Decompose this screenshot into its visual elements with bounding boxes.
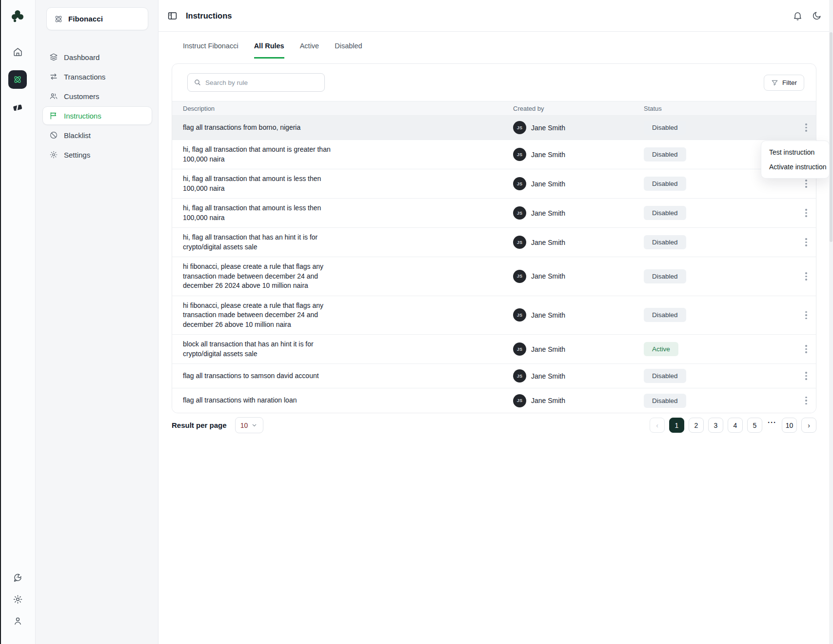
menu-item-activate-instruction[interactable]: Activate instruction bbox=[761, 160, 829, 174]
created-by-name: Jane Smith bbox=[531, 180, 565, 188]
clover-logo-icon bbox=[9, 8, 26, 24]
created-by-name: Jane Smith bbox=[531, 124, 565, 132]
status-badge: Disabled bbox=[644, 206, 686, 220]
pages-ellipsis: ··· bbox=[767, 418, 777, 427]
row-actions-kebab-icon[interactable] bbox=[800, 207, 812, 220]
rule-description: hi, flag all transaction that amount is … bbox=[183, 145, 332, 164]
gear-icon[interactable] bbox=[8, 589, 27, 609]
transactions-icon bbox=[49, 72, 58, 81]
sidebar-item-blacklist[interactable]: Blacklist bbox=[42, 126, 152, 144]
status-badge: Disabled bbox=[644, 177, 686, 191]
row-actions-kebab-icon[interactable] bbox=[800, 394, 812, 407]
layers-icon bbox=[49, 53, 58, 62]
next-page-button[interactable]: › bbox=[801, 418, 816, 433]
column-status: Status bbox=[644, 105, 793, 112]
scrollbar-thumb[interactable] bbox=[830, 32, 833, 242]
sidebar-toggle-icon[interactable] bbox=[167, 10, 178, 21]
menu-item-test-instruction[interactable]: Test instruction bbox=[761, 145, 829, 160]
page-button-5[interactable]: 5 bbox=[747, 418, 762, 433]
atom-nav-tile[interactable] bbox=[8, 70, 27, 89]
card-icon[interactable] bbox=[8, 98, 27, 117]
sidebar-item-customers[interactable]: Customers bbox=[42, 87, 152, 105]
page-title: Instructions bbox=[186, 11, 232, 20]
prev-page-button[interactable]: ‹ bbox=[650, 418, 665, 433]
page-button-3[interactable]: 3 bbox=[708, 418, 723, 433]
page-button-2[interactable]: 2 bbox=[689, 418, 704, 433]
vertical-scrollbar[interactable] bbox=[829, 0, 833, 644]
row-actions-kebab-icon[interactable] bbox=[800, 370, 812, 382]
rule-description: hi fibonacci, please create a rule that … bbox=[183, 262, 332, 291]
rule-description: hi fibonacci, please create a rule that … bbox=[183, 301, 332, 330]
table-row[interactable]: hi, flag all transaction that amount is … bbox=[172, 169, 816, 199]
page-button-10[interactable]: 10 bbox=[782, 418, 797, 433]
status-badge: Active bbox=[644, 342, 678, 356]
sidebar-item-dashboard[interactable]: Dashboard bbox=[42, 48, 152, 66]
topbar: Instructions bbox=[159, 0, 833, 32]
page-size-value: 10 bbox=[240, 422, 248, 429]
rule-description: hi, flag all transaction that has an hin… bbox=[183, 233, 332, 252]
sidebar: Fibonacci DashboardTransactionsCustomers… bbox=[36, 0, 159, 644]
row-actions-kebab-icon[interactable] bbox=[800, 236, 812, 249]
row-actions-kebab-icon[interactable] bbox=[800, 121, 812, 134]
table-row[interactable]: flag all transactions with naration loan… bbox=[172, 388, 816, 413]
avatar: JS bbox=[513, 177, 526, 190]
status-badge: Disabled bbox=[644, 369, 686, 383]
avatar: JS bbox=[513, 342, 526, 356]
tab-instruct-fibonacci[interactable]: Instruct Fibonacci bbox=[183, 32, 238, 59]
moon-icon[interactable] bbox=[812, 10, 822, 21]
sidebar-item-label: Transactions bbox=[64, 73, 105, 81]
row-actions-kebab-icon[interactable] bbox=[800, 343, 812, 356]
bell-icon[interactable] bbox=[792, 10, 803, 21]
table-row[interactable]: block all transaction that has an hint i… bbox=[172, 335, 816, 364]
table-row[interactable]: hi, flag all transaction that amount is … bbox=[172, 140, 816, 169]
rule-description: block all transaction that has an hint i… bbox=[183, 340, 332, 359]
table-row[interactable]: flag all transactions to samson david ac… bbox=[172, 364, 816, 388]
filter-label: Filter bbox=[782, 79, 797, 86]
sidebar-item-instructions[interactable]: Instructions bbox=[42, 106, 152, 125]
page-size-select[interactable]: 10 bbox=[235, 417, 263, 433]
chevron-down-icon bbox=[251, 422, 258, 428]
search-input[interactable] bbox=[205, 79, 318, 86]
table-row[interactable]: hi, flag all transaction that has an hin… bbox=[172, 228, 816, 257]
tab-all-rules[interactable]: All Rules bbox=[254, 32, 284, 59]
row-actions-kebab-icon[interactable] bbox=[800, 309, 812, 322]
results-per-page-label: Result per page bbox=[172, 421, 227, 429]
column-description: Description bbox=[183, 105, 513, 112]
app-window: Fibonacci DashboardTransactionsCustomers… bbox=[0, 0, 833, 644]
created-by-name: Jane Smith bbox=[531, 345, 565, 353]
avatar: JS bbox=[513, 148, 526, 161]
page-button-1[interactable]: 1 bbox=[669, 418, 684, 433]
main-area: Instructions Instruct FibonacciAll Rules… bbox=[159, 0, 833, 644]
ban-icon bbox=[49, 131, 58, 140]
rule-description: flag all transactions with naration loan bbox=[183, 396, 297, 405]
filter-button[interactable]: Filter bbox=[764, 75, 804, 91]
tab-bar: Instruct FibonacciAll RulesActiveDisable… bbox=[159, 32, 833, 59]
table-row[interactable]: hi fibonacci, please create a rule that … bbox=[172, 257, 816, 296]
row-actions-kebab-icon[interactable] bbox=[800, 178, 812, 190]
created-by-name: Jane Smith bbox=[531, 397, 565, 404]
table-row[interactable]: flag all transactions from borno, nigeri… bbox=[172, 116, 816, 140]
avatar: JS bbox=[513, 236, 526, 249]
sidebar-item-label: Instructions bbox=[64, 112, 101, 120]
rule-description: flag all transactions from borno, nigeri… bbox=[183, 123, 300, 133]
table-row[interactable]: hi fibonacci, please create a rule that … bbox=[172, 296, 816, 335]
customers-icon bbox=[49, 92, 58, 101]
row-actions-kebab-icon[interactable] bbox=[800, 270, 812, 282]
sidebar-item-label: Settings bbox=[64, 151, 90, 159]
status-badge: Disabled bbox=[644, 121, 686, 135]
tab-disabled[interactable]: Disabled bbox=[335, 32, 362, 59]
person-icon[interactable] bbox=[8, 611, 27, 630]
sidebar-item-transactions[interactable]: Transactions bbox=[42, 67, 152, 86]
sidebar-item-label: Customers bbox=[64, 92, 99, 101]
page-button-4[interactable]: 4 bbox=[728, 418, 743, 433]
table-row[interactable]: hi, flag all transaction that amount is … bbox=[172, 199, 816, 228]
tab-active[interactable]: Active bbox=[300, 32, 319, 59]
home-icon[interactable] bbox=[8, 42, 27, 61]
brand-switcher[interactable]: Fibonacci bbox=[46, 7, 148, 30]
rule-description: flag all transactions to samson david ac… bbox=[183, 371, 319, 381]
search-input-wrap[interactable] bbox=[187, 73, 325, 92]
funnel-icon bbox=[771, 79, 778, 86]
sidebar-item-settings[interactable]: Settings bbox=[42, 145, 152, 164]
chat-icon[interactable] bbox=[8, 568, 27, 587]
avatar: JS bbox=[513, 308, 526, 322]
